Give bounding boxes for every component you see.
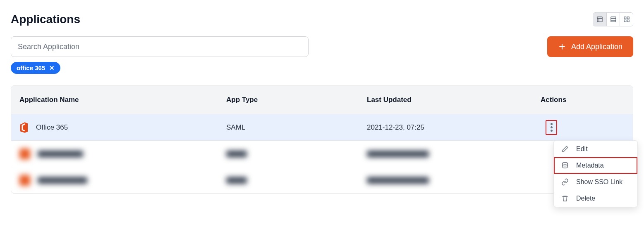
dropdown-label: Metadata bbox=[576, 162, 604, 169]
table-row bbox=[11, 167, 633, 193]
svg-rect-0 bbox=[597, 17, 602, 22]
app-name-cell: Office 365 bbox=[36, 123, 68, 132]
link-icon bbox=[561, 178, 569, 186]
add-button-label: Add Application bbox=[571, 43, 622, 51]
svg-rect-6 bbox=[624, 17, 626, 19]
app-type-cell: SAML bbox=[226, 123, 367, 132]
actions-dropdown: Edit Metadata Show SSO Link Delete bbox=[553, 140, 638, 207]
search-input[interactable] bbox=[11, 36, 309, 57]
filter-chip-label: office 365 bbox=[17, 64, 45, 71]
dropdown-label: Show SSO Link bbox=[576, 178, 622, 186]
layout-icon bbox=[596, 16, 603, 23]
dropdown-item-sso[interactable]: Show SSO Link bbox=[554, 174, 637, 190]
svg-rect-9 bbox=[627, 20, 629, 22]
applications-table: Application Name App Type Last Updated A… bbox=[11, 85, 633, 194]
pencil-icon bbox=[561, 145, 569, 153]
kebab-icon bbox=[551, 123, 553, 125]
view-toggle-group bbox=[593, 12, 633, 26]
view-grid-button[interactable] bbox=[620, 13, 633, 26]
col-header-updated: Last Updated bbox=[367, 96, 541, 104]
col-header-type: App Type bbox=[226, 96, 367, 104]
dropdown-item-metadata[interactable]: Metadata bbox=[554, 157, 637, 174]
table-header-row: Application Name App Type Last Updated A… bbox=[11, 86, 633, 114]
view-list-button[interactable] bbox=[606, 13, 620, 26]
table-row bbox=[11, 140, 633, 167]
filter-chip[interactable]: office 365 ✕ bbox=[11, 62, 60, 74]
close-icon[interactable]: ✕ bbox=[49, 65, 55, 71]
svg-rect-3 bbox=[611, 17, 616, 22]
dropdown-label: Delete bbox=[576, 195, 595, 202]
svg-rect-7 bbox=[627, 17, 629, 19]
col-header-name: Application Name bbox=[19, 96, 226, 104]
col-header-actions: Actions bbox=[541, 96, 625, 104]
page-title: Applications bbox=[11, 13, 80, 26]
svg-rect-8 bbox=[624, 20, 626, 22]
row-actions-menu-button[interactable] bbox=[546, 120, 557, 135]
svg-point-12 bbox=[563, 163, 567, 165]
office365-icon bbox=[19, 122, 29, 133]
database-icon bbox=[561, 162, 569, 169]
add-application-button[interactable]: Add Application bbox=[547, 36, 633, 57]
view-layout-button[interactable] bbox=[593, 13, 606, 26]
last-updated-cell: 2021-12-23, 07:25 bbox=[367, 123, 541, 132]
trash-icon bbox=[561, 195, 569, 202]
dropdown-item-delete[interactable]: Delete bbox=[554, 190, 637, 207]
list-icon bbox=[610, 16, 617, 23]
table-row[interactable]: Office 365 SAML 2021-12-23, 07:25 bbox=[11, 114, 633, 140]
grid-icon bbox=[623, 16, 630, 23]
dropdown-item-edit[interactable]: Edit bbox=[554, 141, 637, 157]
plus-icon bbox=[558, 43, 566, 51]
dropdown-label: Edit bbox=[576, 145, 588, 153]
